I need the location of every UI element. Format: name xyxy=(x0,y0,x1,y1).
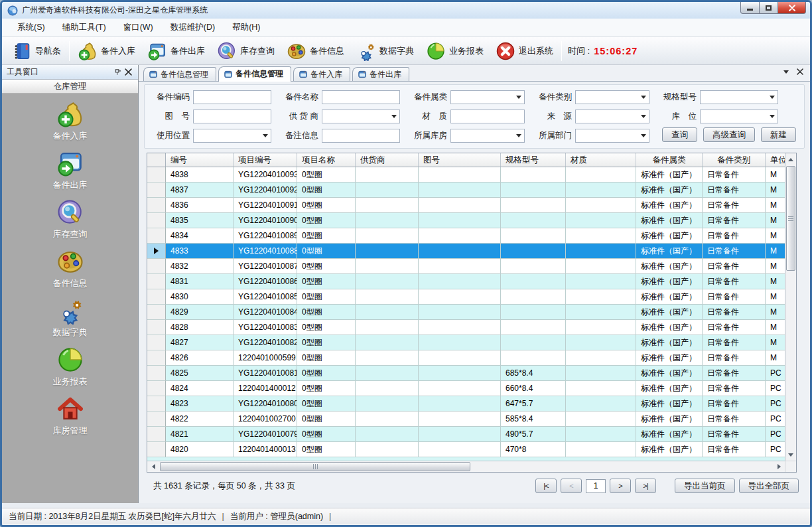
table-row[interactable]: 4828YG122040100830型圈标准件（国产）日常备件M xyxy=(147,320,785,335)
query-button[interactable]: 查询 xyxy=(662,127,697,142)
hscroll-thumb[interactable] xyxy=(160,462,470,471)
scroll-left-arrow[interactable] xyxy=(148,461,159,472)
tab-1[interactable]: 备件信息管理 xyxy=(143,67,216,81)
table-row[interactable]: 4829YG122040100840型圈标准件（国产）日常备件M xyxy=(147,305,785,320)
scroll-down-arrow[interactable] xyxy=(785,449,796,460)
minimize-button[interactable] xyxy=(740,2,760,14)
column-header-6[interactable]: 规格型号 xyxy=(501,153,566,167)
first-page-button[interactable]: |< xyxy=(535,479,557,493)
table-row[interactable]: 4827YG122040100820型圈标准件（国产）日常备件M xyxy=(147,335,785,350)
table-row[interactable]: 482412204014000120型圈660*8.4标准件（国产）日常备件PC xyxy=(147,381,785,396)
vertical-scrollbar[interactable] xyxy=(785,153,796,461)
form-field-label: 备件属类 xyxy=(409,92,447,103)
table-row[interactable]: 4832YG122040100870型圈标准件（国产）日常备件M xyxy=(147,259,785,274)
form-field-3: 备件属类 xyxy=(409,90,525,104)
table-row[interactable]: 4821YG122040100790型圈490*5.7标准件（国产）日常备件PC xyxy=(147,427,785,442)
table-row[interactable]: 4830YG122040100850型圈标准件（国产）日常备件M xyxy=(147,289,785,305)
table-row[interactable]: 482012204014000130型圈470*8标准件（国产）日常备件PC xyxy=(147,442,785,457)
menu-item-4[interactable]: 数据维护(D) xyxy=(162,19,224,37)
sidebar-item-data-dictionary[interactable]: 数据字典 xyxy=(2,297,138,339)
new-button[interactable]: 新建 xyxy=(761,127,796,142)
combo-input[interactable] xyxy=(575,90,649,104)
column-header-7[interactable]: 材质 xyxy=(566,153,636,167)
column-header-9[interactable]: 备件类别 xyxy=(703,153,766,167)
sidebar-item-inventory-query[interactable]: 库存查询 xyxy=(2,198,138,240)
horizontal-scrollbar[interactable] xyxy=(147,461,785,472)
table-row[interactable]: 4825YG122040100810型圈685*8.4标准件（国产）日常备件PC xyxy=(147,366,785,381)
table-row[interactable]: 4823YG122040100800型圈647*5.7标准件（国产）日常备件PC xyxy=(147,396,785,412)
sidebar-item-parts-outbound[interactable]: 备件出库 xyxy=(2,149,138,191)
current-row-arrow-icon xyxy=(154,248,159,254)
tab-close-icon[interactable] xyxy=(797,68,803,75)
pin-icon[interactable] xyxy=(112,67,123,78)
text-input[interactable] xyxy=(322,129,400,143)
column-header-1[interactable]: 编号 xyxy=(166,153,234,167)
next-page-button[interactable]: > xyxy=(610,479,631,493)
tab-4[interactable]: 备件出库 xyxy=(352,67,409,81)
text-input[interactable] xyxy=(322,90,400,104)
combo-input[interactable] xyxy=(700,110,778,123)
table-row[interactable]: 4834YG122040100890型圈标准件（国产）日常备件M xyxy=(147,228,785,244)
sidebar-item-warehouse-management[interactable]: 库房管理 xyxy=(2,395,138,437)
table-row[interactable]: 4833YG122040100880型圈标准件（国产）日常备件M xyxy=(147,244,785,259)
tab-3[interactable]: 备件入库 xyxy=(293,67,350,81)
toolbar-button-parts-info[interactable]: 备件信息 xyxy=(281,39,350,63)
prev-page-button[interactable]: < xyxy=(561,479,582,493)
toolbar-button-data-dictionary[interactable]: 数据字典 xyxy=(350,39,420,63)
combo-input[interactable] xyxy=(575,129,649,143)
toolbar-button-inventory-query[interactable]: 库存查询 xyxy=(211,39,281,63)
table-row[interactable]: 482612204010005990型圈标准件（国产）日常备件M xyxy=(147,350,785,366)
column-header-10[interactable]: 单位 xyxy=(766,153,785,167)
column-header-3[interactable]: 项目名称 xyxy=(297,153,356,167)
table-row[interactable]: 4831YG122040100860型圈标准件（国产）日常备件M xyxy=(147,274,785,289)
combo-input[interactable] xyxy=(450,129,525,143)
column-header-5[interactable]: 图号 xyxy=(419,153,501,167)
sidebar-item-parts-inbound[interactable]: 备件入库 xyxy=(2,100,138,142)
vscroll-thumb[interactable] xyxy=(786,166,795,271)
toolbar-button-navigation-bar[interactable]: 导航条 xyxy=(6,39,67,63)
tab-2[interactable]: 备件信息管理 xyxy=(218,66,291,82)
menu-item-2[interactable]: 辅助工具(T) xyxy=(54,19,115,37)
tab-list-dropdown-icon[interactable] xyxy=(783,70,789,74)
combo-input[interactable] xyxy=(322,110,400,123)
close-button[interactable] xyxy=(778,2,806,14)
combo-input[interactable] xyxy=(575,110,649,123)
scroll-right-arrow[interactable] xyxy=(774,461,784,472)
menu-item-3[interactable]: 窗口(W) xyxy=(115,19,162,37)
sidebar-group-title[interactable]: 仓库管理 xyxy=(2,80,138,94)
column-header-2[interactable]: 项目编号 xyxy=(234,153,297,167)
advanced-query-button[interactable]: 高级查询 xyxy=(703,127,755,142)
toolbar-button-exit-system[interactable]: 退出系统 xyxy=(490,39,559,63)
text-input[interactable] xyxy=(193,90,271,104)
export-current-page-button[interactable]: 导出当前页 xyxy=(675,479,735,493)
column-header-8[interactable]: 备件属类 xyxy=(636,153,703,167)
last-page-button[interactable]: >| xyxy=(635,479,656,493)
sidebar-item-business-report[interactable]: 业务报表 xyxy=(2,346,138,388)
table-row[interactable]: 4836YG122040100910型圈标准件（国产）日常备件M xyxy=(147,198,785,213)
toolbar-button-business-report[interactable]: 业务报表 xyxy=(420,39,490,63)
combo-input[interactable] xyxy=(700,90,778,104)
parts-outbound-icon xyxy=(56,149,84,177)
text-input[interactable] xyxy=(193,110,271,123)
combo-input[interactable] xyxy=(450,90,525,104)
toolbar-button-parts-inbound[interactable]: 备件入库 xyxy=(72,39,141,63)
toolbar-button-parts-outbound[interactable]: 备件出库 xyxy=(141,39,211,63)
toolbar-button-label: 备件出库 xyxy=(170,45,205,57)
parts-info-icon xyxy=(287,41,306,61)
form-field-label: 库 位 xyxy=(658,111,697,122)
maximize-button[interactable] xyxy=(760,2,778,14)
column-header-4[interactable]: 供货商 xyxy=(356,153,419,167)
scroll-up-arrow[interactable] xyxy=(785,154,796,165)
sidebar-close-icon[interactable] xyxy=(123,67,133,78)
export-all-pages-button[interactable]: 导出全部页 xyxy=(739,479,799,493)
table-row[interactable]: 4838YG122040100930型圈标准件（国产）日常备件M xyxy=(147,167,785,183)
sidebar-item-parts-info[interactable]: 备件信息 xyxy=(2,248,138,289)
combo-input[interactable] xyxy=(193,129,271,143)
menu-item-5[interactable]: 帮助(H) xyxy=(224,19,269,37)
page-number-input[interactable]: 1 xyxy=(586,479,606,493)
menu-item-1[interactable]: 系统(S) xyxy=(9,19,54,37)
table-row[interactable]: 4835YG122040100900型圈标准件（国产）日常备件M xyxy=(147,213,785,228)
text-input[interactable] xyxy=(450,110,525,123)
table-row[interactable]: 4837YG122040100920型圈标准件（国产）日常备件M xyxy=(147,183,785,198)
table-row[interactable]: 482212204010027000型圈585*8.4标准件（国产）日常备件PC xyxy=(147,412,785,427)
